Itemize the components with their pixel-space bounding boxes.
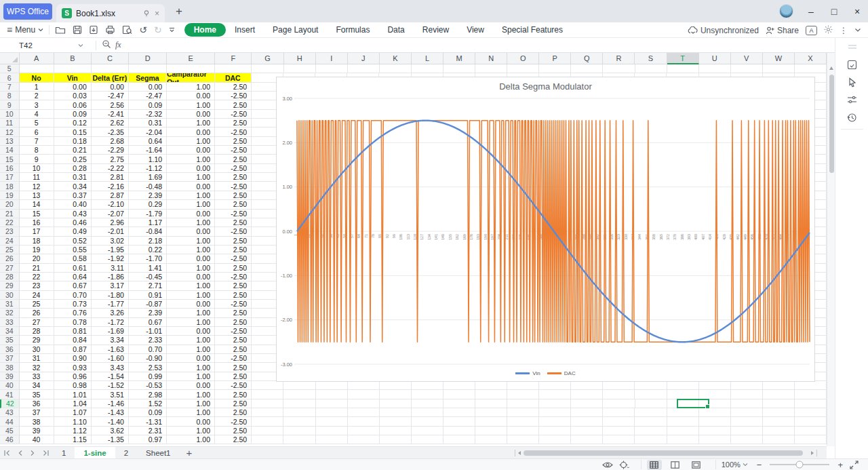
- cell-B41[interactable]: 1.01: [54, 390, 92, 399]
- cell-B8[interactable]: 0.03: [54, 92, 92, 100]
- column-header-A[interactable]: A: [20, 53, 54, 64]
- cell-G42[interactable]: [252, 399, 283, 408]
- redo-icon[interactable]: ↻: [154, 25, 162, 35]
- cell-E27[interactable]: 1.00: [167, 264, 215, 273]
- cell-H44[interactable]: [283, 417, 315, 426]
- cell-A30[interactable]: 24: [20, 291, 54, 300]
- cell-A10[interactable]: 4: [20, 110, 54, 119]
- column-header-K[interactable]: K: [380, 53, 412, 64]
- row-header-19[interactable]: 19: [0, 191, 20, 200]
- cell-J46[interactable]: [348, 435, 380, 444]
- cell-S5[interactable]: [635, 64, 667, 73]
- selection-locator-icon[interactable]: [619, 461, 629, 469]
- cell-C31[interactable]: -1.77: [92, 300, 129, 309]
- column-header-N[interactable]: N: [475, 53, 507, 64]
- cell-B29[interactable]: 0.67: [54, 281, 92, 290]
- wps-office-button[interactable]: WPS Office: [3, 3, 52, 20]
- name-box[interactable]: T42: [0, 41, 90, 50]
- cell-U41[interactable]: [699, 390, 731, 399]
- settings-gear-icon[interactable]: [824, 25, 833, 36]
- row-header-14[interactable]: 14: [0, 146, 20, 155]
- cell-E8[interactable]: 0.00: [167, 92, 215, 100]
- row-header-28[interactable]: 28: [0, 273, 20, 281]
- cell-A23[interactable]: 17: [20, 227, 54, 236]
- cell-B46[interactable]: 1.15: [54, 435, 92, 444]
- cell-M5[interactable]: [443, 64, 475, 73]
- cell-A43[interactable]: 37: [20, 408, 54, 417]
- cell-B36[interactable]: 0.87: [54, 345, 92, 354]
- scroll-right-icon[interactable]: [811, 451, 814, 455]
- cell-E34[interactable]: 0.00: [167, 327, 215, 336]
- cell-I41[interactable]: [316, 390, 348, 399]
- cell-F44[interactable]: -2.50: [215, 417, 252, 426]
- undo-icon[interactable]: ↺: [139, 25, 147, 35]
- cell-C32[interactable]: 3.26: [92, 309, 129, 317]
- cell-F9[interactable]: 2.50: [215, 100, 252, 109]
- cell-A34[interactable]: 28: [20, 327, 54, 336]
- next-sheet-icon[interactable]: [30, 450, 35, 456]
- cell-M43[interactable]: [443, 408, 475, 417]
- cell-E26[interactable]: 0.00: [167, 254, 215, 263]
- cell-F16[interactable]: -2.50: [215, 164, 252, 173]
- cell-C5[interactable]: [92, 64, 129, 73]
- cell-H43[interactable]: [283, 408, 315, 417]
- cell-T40[interactable]: [667, 381, 699, 390]
- cell-D31[interactable]: -0.87: [129, 300, 167, 309]
- zoom-level[interactable]: 100%: [722, 461, 748, 469]
- cell-C30[interactable]: -1.80: [92, 291, 129, 300]
- cell-F42[interactable]: 2.50: [215, 399, 252, 408]
- pin-tab-icon[interactable]: [143, 10, 150, 17]
- selected-cell-T42[interactable]: [677, 399, 710, 408]
- cell-E19[interactable]: 1.00: [167, 191, 215, 200]
- new-tab-button[interactable]: +: [176, 5, 182, 18]
- cell-M41[interactable]: [443, 390, 475, 399]
- cell-X41[interactable]: [795, 390, 827, 399]
- cell-A29[interactable]: 23: [20, 281, 54, 290]
- column-header-R[interactable]: R: [603, 53, 635, 64]
- cell-W5[interactable]: [763, 64, 795, 73]
- cell-B13[interactable]: 0.18: [54, 137, 92, 146]
- cell-O40[interactable]: [507, 381, 539, 390]
- cell-E33[interactable]: 1.00: [167, 318, 215, 327]
- cell-A8[interactable]: 2: [20, 92, 54, 100]
- cell-R41[interactable]: [603, 390, 635, 399]
- cell-A12[interactable]: 6: [20, 128, 54, 136]
- cell-Q5[interactable]: [571, 64, 603, 73]
- sidebar-layout-icon[interactable]: [835, 56, 868, 73]
- row-header-23[interactable]: 23: [0, 227, 20, 236]
- row-header-15[interactable]: 15: [0, 155, 20, 163]
- horizontal-scroll-track[interactable]: [524, 450, 808, 456]
- close-button[interactable]: ×: [852, 6, 863, 17]
- cell-E11[interactable]: 1.00: [167, 119, 215, 128]
- cell-O43[interactable]: [507, 408, 539, 417]
- cell-A36[interactable]: 30: [20, 345, 54, 354]
- export-icon[interactable]: [89, 25, 98, 35]
- cell-W42[interactable]: [763, 399, 795, 408]
- row-header-41[interactable]: 41: [0, 390, 20, 399]
- cell-O41[interactable]: [507, 390, 539, 399]
- cell-F30[interactable]: 2.50: [215, 291, 252, 300]
- cell-E25[interactable]: 1.00: [167, 246, 215, 254]
- cell-A18[interactable]: 12: [20, 182, 54, 191]
- cell-J5[interactable]: [348, 64, 380, 73]
- cell-D38[interactable]: 2.53: [129, 363, 167, 372]
- cell-F15[interactable]: 2.50: [215, 155, 252, 163]
- cell-E5[interactable]: [167, 64, 215, 73]
- cell-E42[interactable]: 1.00: [167, 399, 215, 408]
- cell-B43[interactable]: 1.07: [54, 408, 92, 417]
- column-header-T[interactable]: T: [667, 53, 699, 64]
- cell-C8[interactable]: -2.47: [92, 92, 129, 100]
- cell-D33[interactable]: 0.67: [129, 318, 167, 327]
- cell-F37[interactable]: -2.50: [215, 354, 252, 363]
- cell-T45[interactable]: [667, 427, 699, 435]
- cell-G46[interactable]: [252, 435, 283, 444]
- first-sheet-icon[interactable]: [3, 450, 11, 456]
- cell-D30[interactable]: 0.91: [129, 291, 167, 300]
- cell-A32[interactable]: 26: [20, 309, 54, 317]
- row-header-43[interactable]: 43: [0, 408, 20, 417]
- cell-J43[interactable]: [348, 408, 380, 417]
- cell-C25[interactable]: -1.95: [92, 246, 129, 254]
- cell-B30[interactable]: 0.70: [54, 291, 92, 300]
- cell-D6[interactable]: Segma: [129, 73, 167, 82]
- cell-A38[interactable]: 32: [20, 363, 54, 372]
